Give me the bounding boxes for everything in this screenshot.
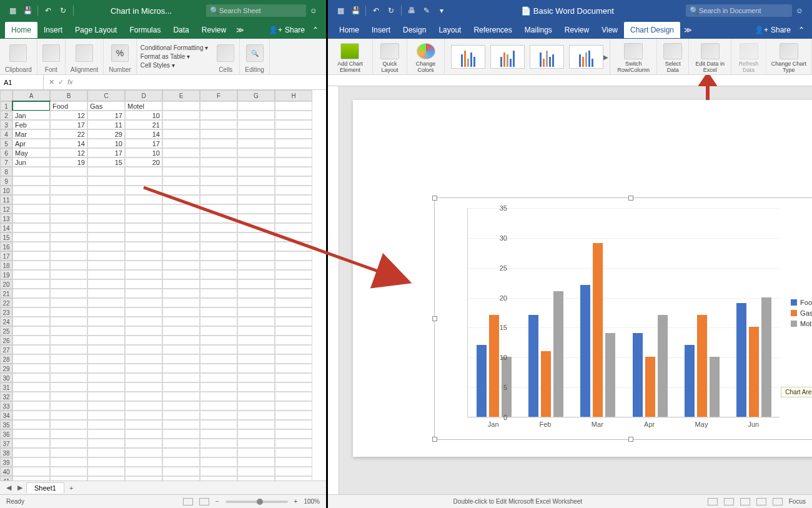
tab-formulas[interactable]: Formulas [123,22,167,38]
app-icon: ▦ [335,6,345,16]
view-layout-icon[interactable] [199,498,209,506]
tab-references[interactable]: References [467,22,518,38]
tab-design[interactable]: Design [397,22,432,38]
cell-styles[interactable]: Cell Styles ▾ [139,61,209,69]
view-web-icon[interactable] [724,498,734,506]
view-normal-icon[interactable] [183,498,193,506]
tab-review[interactable]: Review [196,22,232,38]
resize-handle[interactable] [628,437,633,442]
undo-icon[interactable]: ↶ [371,6,381,16]
excel-window: ▦ 💾 ↶ ↻ Chart in Micros... 🔍 ☺ Home Inse… [0,0,328,508]
select-data[interactable]: Select Data [657,39,689,74]
zoom-in-icon[interactable]: + [294,498,298,505]
formula-bar: A1 ✕✓fx [0,75,326,90]
share-button[interactable]: 👤+ Share [264,26,310,34]
word-search[interactable]: 🔍 [686,4,792,17]
view-print-icon[interactable] [708,498,718,506]
group-cells[interactable]: Cells [212,39,240,74]
tab-chart-design[interactable]: Chart Design [624,22,680,38]
emoji-icon[interactable]: ☺ [309,6,319,16]
excel-search-input[interactable] [219,7,302,14]
format-as-table[interactable]: Format as Table ▾ [139,52,209,61]
ok-icon[interactable]: ✓ [58,78,64,86]
excel-titlebar: ▦ 💾 ↶ ↻ Chart in Micros... 🔍 ☺ [0,0,326,21]
switch-row-column[interactable]: Switch Row/Column [610,39,657,74]
word-search-input[interactable] [699,7,788,14]
tab-layout[interactable]: Layout [432,22,467,38]
print-icon[interactable]: 🖶 [407,6,417,16]
share-button[interactable]: 👤+ Share [750,26,796,34]
tab-insert[interactable]: Insert [37,22,69,38]
chart-object[interactable]: 05101520253035 JanFebMarAprMayJun FoodGa… [434,197,812,440]
zoom-level[interactable]: 100% [304,498,320,505]
group-editing[interactable]: 🔍Editing [240,39,270,74]
vertical-ruler[interactable] [328,86,339,494]
conditional-formatting[interactable]: Conditional Formatting ▾ [139,44,209,52]
resize-handle[interactable] [628,196,633,201]
resize-handle[interactable] [432,316,437,321]
save-icon[interactable]: 💾 [22,6,32,16]
tabs-more-icon[interactable]: ≫ [232,23,248,37]
collapse-ribbon-icon[interactable]: ⌃ [796,26,807,34]
tab-page-layout[interactable]: Page Layout [69,22,123,38]
group-number[interactable]: %Number [104,39,137,74]
redo-icon[interactable]: ↻ [386,6,396,16]
excel-grid[interactable]: ABCDEFGH1FoodGasMotel2Jan1217103Feb17112… [0,90,326,481]
horizontal-ruler[interactable] [328,75,812,86]
tab-view[interactable]: View [595,22,624,38]
change-colors[interactable]: Change Colors [407,39,445,74]
quick-layout[interactable]: Quick Layout [373,39,407,74]
cancel-icon[interactable]: ✕ [49,78,54,86]
refresh-data[interactable]: Refresh Data [731,39,766,74]
edit-data-in-excel[interactable]: Edit Data in Excel [689,39,731,74]
view-focus-icon[interactable] [773,498,783,506]
word-window: ▦ 💾 ↶ ↻ 🖶 ✎ ▾ 📄 Basic Word Document 🔍 ☺ … [328,0,812,508]
plot-area[interactable] [467,208,780,417]
excel-ribbon: Clipboard Font Alignment %Number Conditi… [0,39,326,75]
tab-home[interactable]: Home [5,22,37,38]
resize-handle[interactable] [432,437,437,442]
document-page[interactable]: 05101520253035 JanFebMarAprMayJun FoodGa… [353,100,812,457]
redo-icon[interactable]: ↻ [58,6,68,16]
zoom-out-icon[interactable]: − [215,498,219,505]
excel-search[interactable]: 🔍 [206,4,306,17]
tab-data[interactable]: Data [167,22,195,38]
resize-handle[interactable] [432,196,437,201]
tab-insert[interactable]: Insert [365,22,397,38]
gallery-next-icon[interactable]: ▶ [603,53,608,60]
view-draft-icon[interactable] [756,498,766,506]
group-clipboard[interactable]: Clipboard [0,39,37,74]
chart-styles-gallery[interactable]: ▶ [445,39,610,74]
focus-label[interactable]: Focus [789,498,806,505]
tab-mailings[interactable]: Mailings [518,22,558,38]
chart-legend[interactable]: FoodGasMotel [791,296,812,331]
tabs-more-icon[interactable]: ≫ [680,23,696,37]
group-font[interactable]: Font [37,39,66,74]
sheet-next-icon[interactable]: ▶ [15,484,25,492]
sheet-tabs: ◀ ▶ Sheet1 + [0,481,326,494]
sheet-tab[interactable]: Sheet1 [26,482,64,493]
group-alignment[interactable]: Alignment [66,39,104,74]
undo-icon[interactable]: ↶ [43,6,53,16]
save-icon[interactable]: 💾 [350,6,360,16]
fx-icon[interactable]: fx [67,78,73,86]
edit-icon[interactable]: ✎ [422,6,432,16]
add-chart-element[interactable]: Add Chart Element [328,39,373,74]
app-icon: ▦ [7,6,17,16]
dropdown-icon[interactable]: ▾ [437,6,447,16]
word-document-area[interactable]: 05101520253035 JanFebMarAprMayJun FoodGa… [328,75,812,494]
chart-area[interactable]: 05101520253035 JanFebMarAprMayJun FoodGa… [438,202,812,436]
emoji-icon[interactable]: ☺ [795,6,805,16]
name-box[interactable]: A1 [0,75,44,89]
group-styles: Conditional Formatting ▾ Format as Table… [137,39,212,74]
tab-review[interactable]: Review [558,22,595,38]
add-sheet-icon[interactable]: + [66,484,77,492]
collapse-ribbon-icon[interactable]: ⌃ [310,26,321,34]
change-chart-type[interactable]: Change Chart Type [766,39,812,74]
sheet-prev-icon[interactable]: ◀ [4,484,14,492]
tab-home[interactable]: Home [333,22,365,38]
view-outline-icon[interactable] [740,498,750,506]
zoom-slider[interactable] [225,501,288,503]
formula-input[interactable] [78,77,326,87]
word-title: 📄 Basic Word Document [449,6,686,16]
